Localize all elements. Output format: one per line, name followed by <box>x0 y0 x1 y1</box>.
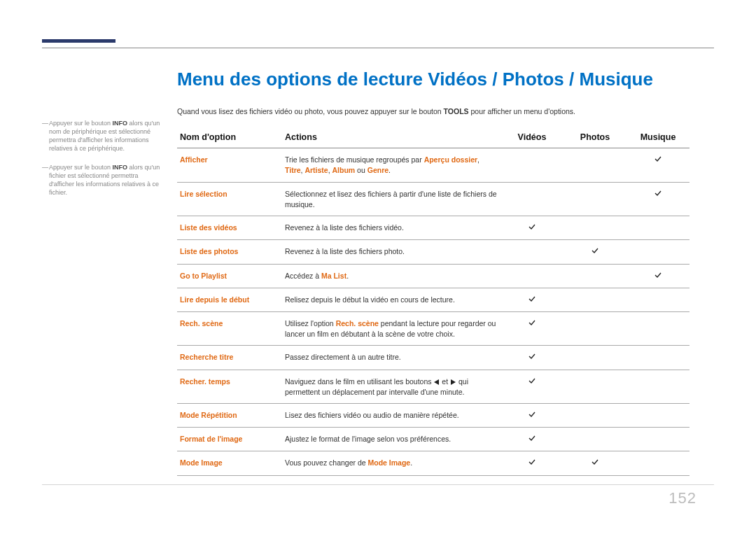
check-cell <box>500 216 564 240</box>
option-name: Mode Image <box>177 451 282 475</box>
page-number: 152 <box>668 489 696 507</box>
col-photos: Photos <box>564 128 626 148</box>
check-cell <box>626 370 690 403</box>
check-cell <box>626 346 690 370</box>
option-name: Recherche titre <box>177 346 282 370</box>
check-cell <box>564 216 626 240</box>
check-cell <box>500 311 564 345</box>
check-cell <box>564 311 626 345</box>
check-icon <box>528 295 536 303</box>
check-cell <box>626 264 690 288</box>
option-action: Accédez à Ma List. <box>282 264 500 288</box>
check-cell <box>626 311 690 345</box>
check-cell <box>626 240 690 264</box>
option-name: Rech. scène <box>177 311 282 345</box>
table-row: Lire depuis le débutRelisez depuis le dé… <box>177 288 690 311</box>
check-icon <box>528 458 536 466</box>
table-row: Liste des vidéosRevenez à la liste des f… <box>177 216 690 240</box>
check-cell <box>626 288 690 311</box>
footer-rule <box>42 484 714 485</box>
check-cell <box>500 148 564 182</box>
option-action: Lisez des fichiers vidéo ou audio de man… <box>282 404 500 428</box>
check-cell <box>564 182 626 216</box>
check-cell <box>626 182 690 216</box>
col-videos: Vidéos <box>500 128 564 148</box>
col-name: Nom d'option <box>177 128 282 148</box>
check-cell <box>626 451 690 475</box>
table-row: Rech. scèneUtilisez l'option Rech. scène… <box>177 311 690 345</box>
check-cell <box>564 346 626 370</box>
option-action: Revenez à la liste des fichiers vidéo. <box>282 216 500 240</box>
option-action: Relisez depuis le début la vidéo en cour… <box>282 288 500 311</box>
table-row: Mode ImageVous pouvez changer de Mode Im… <box>177 451 690 475</box>
check-icon <box>591 246 599 255</box>
note-text: Appuyer sur le bouton INFO alors qu'un n… <box>49 119 161 153</box>
intro-paragraph: Quand vous lisez des fichiers vidéo ou p… <box>177 107 690 115</box>
main-content: Menu des options de lecture Vidéos / Pho… <box>177 69 690 476</box>
check-cell <box>500 264 564 288</box>
check-icon <box>528 377 536 385</box>
check-cell <box>564 428 626 451</box>
option-name: Recher. temps <box>177 370 282 403</box>
header-rule <box>42 48 714 48</box>
sidebar-note: ―Appuyer sur le bouton INFO alors qu'un … <box>42 163 161 197</box>
table-row: Recherche titrePassez directement à un a… <box>177 346 690 370</box>
option-name: Afficher <box>177 148 282 182</box>
option-name: Liste des photos <box>177 240 282 264</box>
table-row: Lire sélectionSélectionnez et lisez des … <box>177 182 690 216</box>
check-icon <box>528 352 536 360</box>
check-cell <box>500 240 564 264</box>
check-cell <box>500 428 564 451</box>
table-row: Mode RépétitionLisez des fichiers vidéo … <box>177 404 690 428</box>
option-name: Go to Playlist <box>177 264 282 288</box>
check-cell <box>626 428 690 451</box>
check-cell <box>564 148 626 182</box>
table-header-row: Nom d'option Actions Vidéos Photos Musiq… <box>177 128 690 148</box>
sidebar-notes: ―Appuyer sur le bouton INFO alors qu'un … <box>42 119 161 206</box>
check-cell <box>500 370 564 403</box>
check-icon <box>528 223 536 231</box>
option-action: Vous pouvez changer de Mode Image. <box>282 451 500 475</box>
header-accent-bar <box>42 39 115 43</box>
check-cell <box>564 370 626 403</box>
option-name: Format de l'image <box>177 428 282 451</box>
check-cell <box>564 240 626 264</box>
check-cell <box>500 346 564 370</box>
col-actions: Actions <box>282 128 500 148</box>
option-name: Mode Répétition <box>177 404 282 428</box>
page-title: Menu des options de lecture Vidéos / Pho… <box>177 69 690 90</box>
note-dash-icon: ― <box>42 119 49 153</box>
check-cell <box>626 216 690 240</box>
check-cell <box>626 148 690 182</box>
intro-text-pre: Quand vous lisez des fichiers vidéo ou p… <box>177 107 444 115</box>
check-cell <box>500 288 564 311</box>
check-cell <box>500 451 564 475</box>
col-music: Musique <box>626 128 690 148</box>
check-cell <box>564 404 626 428</box>
table-row: Go to PlaylistAccédez à Ma List. <box>177 264 690 288</box>
table-row: Liste des photosRevenez à la liste des f… <box>177 240 690 264</box>
option-name: Lire sélection <box>177 182 282 216</box>
note-dash-icon: ― <box>42 163 49 197</box>
nav-right-icon <box>451 379 456 385</box>
table-row: AfficherTrie les fichiers de musique reg… <box>177 148 690 182</box>
option-action: Passez directement à un autre titre. <box>282 346 500 370</box>
intro-tools-label: TOOLS <box>444 107 469 115</box>
check-icon <box>528 410 536 419</box>
check-icon <box>654 271 662 279</box>
check-icon <box>528 318 536 327</box>
table-row: Format de l'imageAjustez le format de l'… <box>177 428 690 451</box>
option-action: Utilisez l'option Rech. scène pendant la… <box>282 311 500 345</box>
option-action: Sélectionnez et lisez des fichiers à par… <box>282 182 500 216</box>
check-cell <box>564 288 626 311</box>
options-table: Nom d'option Actions Vidéos Photos Musiq… <box>177 128 690 476</box>
sidebar-note: ―Appuyer sur le bouton INFO alors qu'un … <box>42 119 161 153</box>
nav-left-icon <box>434 379 439 385</box>
check-cell <box>500 404 564 428</box>
check-icon <box>654 189 662 197</box>
option-action: Trie les fichiers de musique regroupés p… <box>282 148 500 182</box>
note-text: Appuyer sur le bouton INFO alors qu'un f… <box>49 163 161 197</box>
option-action: Ajustez le format de l'image selon vos p… <box>282 428 500 451</box>
check-icon <box>654 155 662 163</box>
option-name: Liste des vidéos <box>177 216 282 240</box>
